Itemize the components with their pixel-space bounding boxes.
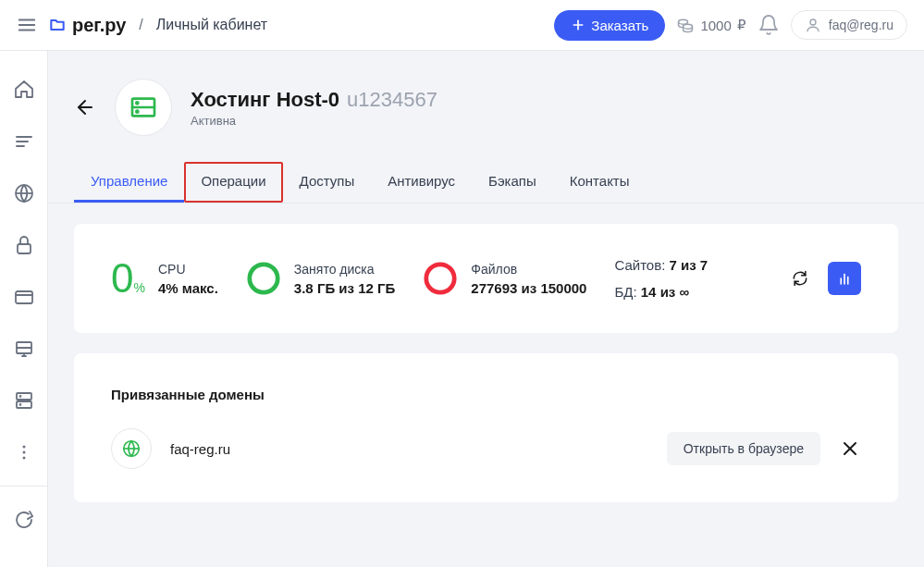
bell-icon[interactable] [758, 14, 780, 36]
domains-title: Привязанные домены [111, 387, 861, 402]
close-icon[interactable] [839, 438, 861, 460]
svg-point-30 [136, 102, 138, 104]
db-value: 14 из ∞ [641, 284, 689, 300]
svg-point-22 [19, 396, 20, 397]
balance[interactable]: 1000 ₽ [676, 16, 745, 34]
svg-point-32 [250, 265, 277, 292]
sidebar-item-home[interactable] [13, 79, 35, 101]
sidebar-item-server[interactable] [13, 338, 35, 360]
svg-point-31 [136, 111, 138, 113]
tab-contacts[interactable]: Контакты [553, 162, 647, 203]
cpu-suffix: % [133, 280, 144, 295]
files-label: Файлов [471, 262, 586, 277]
tab-operations[interactable]: Операции [184, 162, 282, 203]
svg-point-26 [22, 457, 25, 460]
logo-text: рег.ру [72, 15, 126, 36]
refresh-button[interactable] [783, 262, 817, 295]
stat-cpu: 0% CPU 4% макс. [111, 258, 218, 299]
files-ring-icon [423, 261, 458, 296]
coins-icon [676, 16, 695, 34]
tab-access[interactable]: Доступы [283, 162, 372, 203]
breadcrumb-separator: / [139, 17, 142, 33]
tabs: Управление Операции Доступы Антивирус Бэ… [48, 162, 924, 203]
domain-row: faq-reg.ru Открыть в браузере [111, 428, 861, 469]
balance-value: 1000 [700, 18, 731, 33]
page-title: Хостинг Host-0 [191, 88, 339, 112]
svg-point-7 [810, 19, 816, 25]
sidebar [0, 51, 48, 567]
menu-icon[interactable] [17, 15, 37, 35]
stat-sites-db: Сайтов: 7 из 7 БД: 14 из ∞ [614, 257, 708, 300]
stat-files: Файлов 277693 из 150000 [423, 261, 586, 296]
sidebar-item-lock[interactable] [13, 234, 35, 256]
sidebar-item-card[interactable] [13, 286, 35, 308]
sidebar-item-more[interactable] [13, 441, 35, 463]
svg-point-25 [22, 451, 25, 454]
sidebar-item-globe[interactable] [13, 182, 35, 204]
tab-backups[interactable]: Бэкапы [472, 162, 553, 203]
chart-button[interactable] [828, 262, 861, 295]
tab-management[interactable]: Управление [74, 162, 184, 203]
domain-name[interactable]: faq-reg.ru [170, 441, 648, 457]
stats-card: 0% CPU 4% макс. Занято диска 3.8 ГБ из 1… [74, 224, 898, 333]
cpu-number: 0 [111, 255, 133, 301]
cpu-label: CPU [158, 262, 218, 277]
svg-point-23 [19, 404, 20, 405]
sites-label: Сайтов: [614, 257, 665, 273]
svg-rect-20 [17, 393, 31, 400]
svg-point-5 [679, 19, 688, 24]
sites-value: 7 из 7 [670, 257, 708, 273]
svg-rect-21 [17, 401, 31, 408]
globe-icon [121, 438, 142, 459]
disk-ring-icon [246, 261, 281, 296]
disk-value: 3.8 ГБ из 12 ГБ [294, 280, 395, 296]
server-icon [129, 92, 158, 122]
sidebar-item-list[interactable] [13, 130, 35, 153]
user-icon [805, 17, 821, 33]
cpu-value: 4% макс. [158, 280, 218, 296]
status-badge: Активна [191, 114, 437, 128]
service-badge [115, 79, 172, 136]
breadcrumb[interactable]: Личный кабинет [156, 17, 267, 33]
order-button-label: Заказать [591, 18, 648, 33]
user-email: faq@reg.ru [829, 18, 893, 32]
domain-badge [111, 428, 152, 469]
back-arrow-icon[interactable] [74, 96, 96, 118]
svg-point-33 [426, 265, 454, 292]
domains-card: Привязанные домены faq-reg.ru Открыть в … [74, 353, 898, 502]
svg-rect-14 [16, 291, 32, 303]
svg-rect-13 [18, 244, 31, 253]
sidebar-divider [0, 486, 47, 487]
user-menu[interactable]: faq@reg.ru [791, 10, 907, 40]
plus-icon [571, 18, 585, 32]
svg-point-6 [684, 24, 693, 29]
logo[interactable]: рег.ру [48, 15, 126, 36]
sidebar-item-refresh[interactable] [13, 509, 35, 531]
sidebar-item-storage[interactable] [13, 389, 35, 412]
order-button[interactable]: Заказать [554, 10, 665, 41]
tab-antivirus[interactable]: Антивирус [371, 162, 472, 203]
db-label: БД: [614, 284, 636, 300]
refresh-icon [791, 269, 809, 288]
svg-point-24 [22, 446, 25, 449]
chart-icon [836, 270, 853, 287]
page-title-id: u1234567 [347, 88, 437, 112]
disk-label: Занято диска [294, 262, 395, 277]
balance-currency: ₽ [737, 17, 746, 33]
folder-icon [48, 16, 67, 34]
open-browser-button[interactable]: Открыть в браузере [667, 432, 820, 465]
files-value: 277693 из 150000 [471, 280, 586, 296]
stat-disk: Занято диска 3.8 ГБ из 12 ГБ [246, 261, 395, 296]
